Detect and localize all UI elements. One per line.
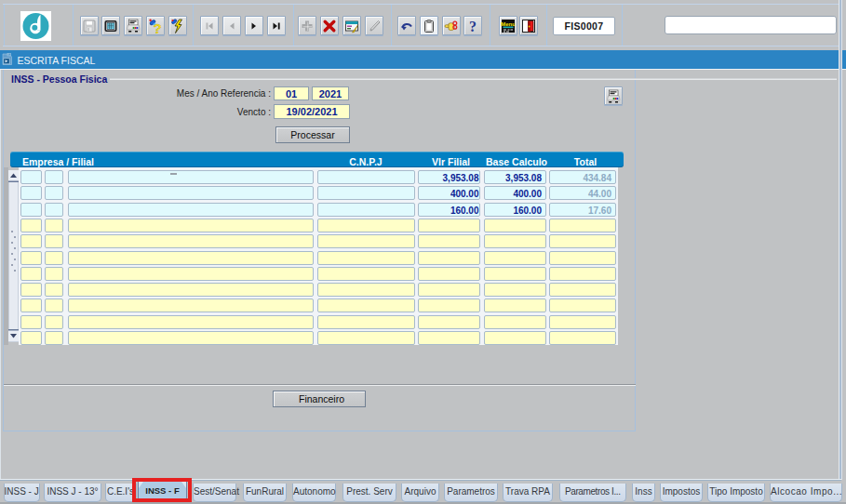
svg-text:Menu: Menu — [501, 21, 516, 27]
svg-text:?: ? — [469, 19, 477, 33]
